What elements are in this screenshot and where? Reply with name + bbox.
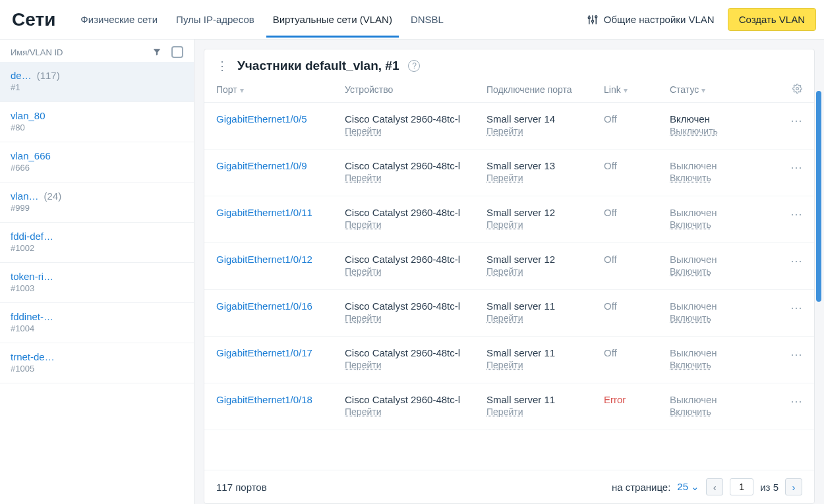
filter-icon: ▾: [624, 86, 628, 95]
sidebar-header-label: Имя/VLAN ID: [11, 47, 63, 57]
sidebar-item[interactable]: fddinet-…#1004: [0, 303, 194, 343]
connection-name: Small server 11: [486, 347, 604, 358]
device-goto-link[interactable]: Перейти: [345, 360, 381, 370]
connection-name: Small server 11: [486, 394, 604, 405]
row-menu-icon[interactable]: ⋯: [749, 254, 802, 268]
vlan-settings-link[interactable]: Общие настройки VLAN: [587, 14, 715, 26]
device-name: Cisco Catalyst 2960-48tc-l: [345, 254, 486, 265]
sidebar-item[interactable]: token-ri…#1003: [0, 263, 194, 303]
col-device[interactable]: Устройство: [345, 84, 486, 95]
of-pages: из 5: [760, 482, 779, 493]
link-state: Off: [604, 207, 617, 218]
connection-goto-link[interactable]: Перейти: [486, 406, 523, 417]
prev-page-button[interactable]: ‹: [706, 478, 723, 495]
connection-goto-link[interactable]: Перейти: [486, 126, 523, 136]
sidebar-item[interactable]: vlan_80#80: [0, 102, 194, 142]
status-label: Включен: [670, 113, 749, 125]
chevron-down-icon: ⌄: [691, 481, 699, 492]
filter-icon: ▾: [240, 86, 244, 95]
sidebar-list: de…(117)#1vlan_80#80vlan_666#666vlan…(24…: [0, 62, 194, 504]
connection-goto-link[interactable]: Перейти: [486, 360, 523, 370]
row-menu-icon[interactable]: ⋯: [749, 347, 802, 362]
page-title: Сети: [12, 9, 55, 30]
col-status[interactable]: Статус▾: [670, 84, 749, 95]
connection-name: Small server 12: [486, 207, 604, 218]
row-menu-icon[interactable]: ⋯: [749, 394, 802, 408]
device-goto-link[interactable]: Перейти: [345, 266, 381, 277]
sidebar-item[interactable]: fddi-def…#1002: [0, 223, 194, 263]
next-page-button[interactable]: ›: [785, 478, 802, 495]
connection-goto-link[interactable]: Перейти: [486, 313, 523, 323]
page-input[interactable]: [730, 478, 753, 495]
more-menu-icon[interactable]: ⋮: [216, 59, 228, 73]
tab-2[interactable]: Виртуальные сети (VLAN): [266, 2, 399, 38]
connection-goto-link[interactable]: Перейти: [486, 219, 523, 230]
tab-1[interactable]: Пулы IP-адресов: [169, 2, 261, 38]
port-link[interactable]: GigabitEthernet1/0/5: [216, 113, 307, 125]
sidebar-item[interactable]: de…(117)#1: [0, 62, 194, 102]
create-vlan-button[interactable]: Создать VLAN: [728, 8, 816, 31]
content-title: Участники default_vlan, #1: [237, 59, 399, 73]
connection-goto-link[interactable]: Перейти: [486, 266, 523, 277]
status-action-link[interactable]: Выключить: [670, 126, 718, 136]
device-goto-link[interactable]: Перейти: [345, 313, 381, 323]
device-goto-link[interactable]: Перейти: [345, 406, 381, 417]
filter-icon[interactable]: [152, 47, 162, 57]
content: ⋮ Участники default_vlan, #1 ? Порт▾ Уст…: [194, 40, 824, 504]
status-label: Выключен: [670, 394, 749, 405]
status-action-link[interactable]: Включить: [670, 313, 711, 323]
svg-point-6: [796, 88, 799, 90]
per-page-value[interactable]: 25 ⌄: [677, 481, 699, 493]
sidebar-item-id: #1002: [11, 243, 183, 253]
status-action-link[interactable]: Включить: [670, 406, 711, 417]
content-header: ⋮ Участники default_vlan, #1 ?: [204, 49, 814, 80]
sidebar-item[interactable]: trnet-de…#1005: [0, 343, 194, 383]
sidebar-item-count: (24): [44, 190, 62, 202]
row-menu-icon[interactable]: ⋯: [749, 300, 802, 315]
select-all-checkbox[interactable]: [171, 46, 183, 58]
sidebar-item-id: #1005: [11, 364, 183, 374]
svg-point-3: [588, 16, 590, 18]
table-header: Порт▾ Устройство Подключение порта Link▾…: [204, 80, 814, 103]
per-page-label: на странице:: [612, 482, 670, 493]
tab-0[interactable]: Физические сети: [74, 2, 164, 38]
filter-icon: ▾: [701, 86, 705, 95]
table-row: GigabitEthernet1/0/9Cisco Catalyst 2960-…: [204, 150, 814, 196]
connection-name: Small server 12: [486, 254, 604, 265]
sidebar-item-name: vlan…: [11, 190, 39, 202]
port-link[interactable]: GigabitEthernet1/0/11: [216, 207, 312, 218]
row-menu-icon[interactable]: ⋯: [749, 160, 802, 175]
status-action-link[interactable]: Включить: [670, 266, 711, 277]
table-settings-icon[interactable]: [749, 84, 802, 96]
port-link[interactable]: GigabitEthernet1/0/17: [216, 347, 312, 358]
device-name: Cisco Catalyst 2960-48tc-l: [345, 300, 486, 312]
status-action-link[interactable]: Включить: [670, 219, 711, 230]
port-link[interactable]: GigabitEthernet1/0/18: [216, 394, 312, 405]
status-action-link[interactable]: Включить: [670, 173, 711, 183]
sidebar-item-id: #1004: [11, 323, 183, 333]
port-link[interactable]: GigabitEthernet1/0/16: [216, 300, 312, 312]
help-icon[interactable]: ?: [408, 60, 420, 72]
row-menu-icon[interactable]: ⋯: [749, 113, 802, 128]
col-port[interactable]: Порт▾: [216, 84, 345, 95]
port-link[interactable]: GigabitEthernet1/0/12: [216, 254, 312, 265]
status-label: Выключен: [670, 254, 749, 265]
sidebar-item-id: #999: [11, 203, 183, 213]
scrollbar-thumb[interactable]: [816, 91, 821, 302]
table-row: GigabitEthernet1/0/16Cisco Catalyst 2960…: [204, 290, 814, 337]
device-goto-link[interactable]: Перейти: [345, 126, 381, 136]
sidebar-item-id: #1003: [11, 283, 183, 293]
col-connection[interactable]: Подключение порта: [486, 84, 604, 95]
device-goto-link[interactable]: Перейти: [345, 173, 381, 183]
sidebar-item[interactable]: vlan_666#666: [0, 142, 194, 182]
row-menu-icon[interactable]: ⋯: [749, 207, 802, 221]
device-goto-link[interactable]: Перейти: [345, 219, 381, 230]
connection-goto-link[interactable]: Перейти: [486, 173, 523, 183]
tab-3[interactable]: DNSBL: [404, 2, 450, 38]
vlan-settings-label: Общие настройки VLAN: [604, 14, 715, 25]
col-link[interactable]: Link▾: [604, 84, 670, 95]
status-action-link[interactable]: Включить: [670, 360, 711, 370]
sidebar-item-name: fddinet-…: [11, 311, 53, 322]
sidebar-item[interactable]: vlan…(24)#999: [0, 182, 194, 223]
port-link[interactable]: GigabitEthernet1/0/9: [216, 160, 307, 171]
